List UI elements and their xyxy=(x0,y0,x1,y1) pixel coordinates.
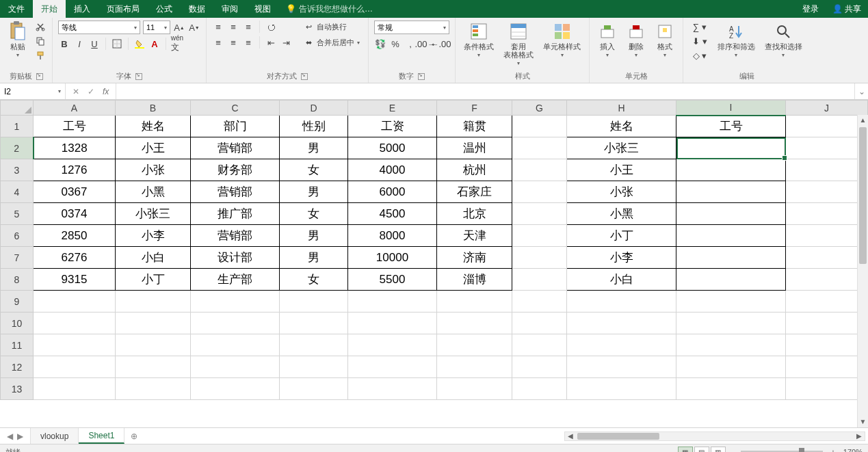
phonetic-button[interactable]: wén文 xyxy=(171,38,183,50)
scroll-up-button[interactable]: ▲ xyxy=(858,115,868,126)
col-header-H[interactable]: H xyxy=(567,101,676,116)
cell-H1[interactable]: 姓名 xyxy=(567,116,676,137)
cell-E5[interactable]: 4500 xyxy=(348,203,437,225)
col-header-D[interactable]: D xyxy=(280,101,348,116)
sheet-tab-vlookup[interactable]: vlookup xyxy=(31,428,79,444)
cell-A2[interactable]: 1328 xyxy=(34,137,116,159)
col-header-E[interactable]: E xyxy=(348,101,437,116)
cell-J7[interactable] xyxy=(786,247,868,269)
login-button[interactable]: 登录 xyxy=(795,0,826,18)
cell-I4[interactable] xyxy=(676,181,786,203)
sheet-nav-next[interactable]: ▶ xyxy=(17,431,23,441)
tab-data[interactable]: 数据 xyxy=(181,0,213,18)
wrap-text-button[interactable]: ↩自动换行 xyxy=(300,21,363,33)
cell-B12[interactable] xyxy=(116,356,191,378)
orientation-button[interactable]: ⭯ xyxy=(265,21,277,33)
cell-E3[interactable]: 4000 xyxy=(348,159,437,181)
row-header-12[interactable]: 12 xyxy=(1,356,34,378)
cell-H13[interactable] xyxy=(567,378,676,400)
number-dialog-launcher[interactable] xyxy=(418,73,425,80)
cell-I7[interactable] xyxy=(676,247,786,269)
zoom-in-button[interactable]: + xyxy=(828,448,838,452)
cell-D13[interactable] xyxy=(280,378,348,400)
cell-E1[interactable]: 工资 xyxy=(348,116,437,137)
cell-G6[interactable] xyxy=(512,225,567,247)
page-break-view-button[interactable]: ▥ xyxy=(711,447,726,452)
cell-H5[interactable]: 小黑 xyxy=(567,203,676,225)
cell-D9[interactable] xyxy=(280,291,348,313)
cell-B1[interactable]: 姓名 xyxy=(116,116,191,137)
cell-B11[interactable] xyxy=(116,334,191,356)
cell-F8[interactable]: 淄博 xyxy=(437,269,512,291)
cell-F13[interactable] xyxy=(437,378,512,400)
cell-D3[interactable]: 女 xyxy=(280,159,348,181)
tab-page-layout[interactable]: 页面布局 xyxy=(98,0,148,18)
cell-I11[interactable] xyxy=(676,334,786,356)
new-sheet-button[interactable]: ⊕ xyxy=(124,428,144,444)
cell-G8[interactable] xyxy=(512,269,567,291)
row-header-11[interactable]: 11 xyxy=(1,334,34,356)
cell-I13[interactable] xyxy=(676,378,786,400)
cell-A13[interactable] xyxy=(34,378,116,400)
cell-G7[interactable] xyxy=(512,247,567,269)
cell-E13[interactable] xyxy=(348,378,437,400)
paste-button[interactable]: 粘贴 ▾ xyxy=(5,21,30,59)
clipboard-dialog-launcher[interactable] xyxy=(36,73,43,80)
row-header-9[interactable]: 9 xyxy=(1,291,34,313)
cell-F4[interactable]: 石家庄 xyxy=(437,181,512,203)
decrease-decimal-button[interactable]: ←.00 xyxy=(434,38,447,50)
cell-A1[interactable]: 工号 xyxy=(34,116,116,137)
autosum-button[interactable]: ∑ ▾ xyxy=(689,21,711,33)
cell-D4[interactable]: 男 xyxy=(280,181,348,203)
cell-C11[interactable] xyxy=(191,334,280,356)
cell-E4[interactable]: 6000 xyxy=(348,181,437,203)
cell-B7[interactable]: 小白 xyxy=(116,247,191,269)
cell-G11[interactable] xyxy=(512,334,567,356)
cell-B5[interactable]: 小张三 xyxy=(116,203,191,225)
cell-I2[interactable] xyxy=(676,137,786,159)
scroll-left-button[interactable]: ◀ xyxy=(565,432,576,440)
increase-indent-button[interactable]: ⇥ xyxy=(280,36,292,49)
cell-G3[interactable] xyxy=(512,159,567,181)
cancel-formula-button[interactable]: ✕ xyxy=(73,87,79,96)
format-cells-button[interactable]: 格式▾ xyxy=(653,21,677,59)
cell-G2[interactable] xyxy=(512,137,567,159)
row-header-4[interactable]: 4 xyxy=(1,181,34,203)
cell-D10[interactable] xyxy=(280,313,348,334)
sort-filter-button[interactable]: AZ 排序和筛选▾ xyxy=(715,21,758,59)
row-header-1[interactable]: 1 xyxy=(1,116,34,137)
find-select-button[interactable]: 查找和选择▾ xyxy=(762,21,805,59)
cell-H12[interactable] xyxy=(567,356,676,378)
cell-H7[interactable]: 小李 xyxy=(567,247,676,269)
cell-J2[interactable] xyxy=(786,137,868,159)
number-format-selector[interactable]: 常规▾ xyxy=(374,21,449,34)
vscroll-thumb[interactable] xyxy=(859,127,867,264)
hscroll-thumb[interactable] xyxy=(577,433,659,440)
cell-F12[interactable] xyxy=(437,356,512,378)
sheet-nav-prev[interactable]: ◀ xyxy=(7,431,13,441)
cell-E7[interactable]: 10000 xyxy=(348,247,437,269)
cell-C8[interactable]: 生产部 xyxy=(191,269,280,291)
formula-input[interactable] xyxy=(116,83,854,99)
col-header-C[interactable]: C xyxy=(191,101,280,116)
row-header-2[interactable]: 2 xyxy=(1,137,34,159)
cell-E6[interactable]: 8000 xyxy=(348,225,437,247)
cell-B10[interactable] xyxy=(116,313,191,334)
horizontal-scrollbar[interactable]: ◀ ▶ xyxy=(564,431,865,441)
insert-function-button[interactable]: fx xyxy=(103,87,109,96)
cell-C1[interactable]: 部门 xyxy=(191,116,280,137)
cell-I10[interactable] xyxy=(676,313,786,334)
align-top-button[interactable]: ≡ xyxy=(212,21,224,33)
cell-B4[interactable]: 小黑 xyxy=(116,181,191,203)
cell-G5[interactable] xyxy=(512,203,567,225)
cell-styles-button[interactable]: 单元格样式▾ xyxy=(540,21,583,59)
row-header-3[interactable]: 3 xyxy=(1,159,34,181)
copy-button[interactable] xyxy=(34,35,47,47)
name-box[interactable]: I2▾ xyxy=(0,83,66,99)
row-header-10[interactable]: 10 xyxy=(1,313,34,334)
cell-I5[interactable] xyxy=(676,203,786,225)
cell-C3[interactable]: 财务部 xyxy=(191,159,280,181)
cell-A4[interactable]: 0367 xyxy=(34,181,116,203)
cell-C5[interactable]: 推广部 xyxy=(191,203,280,225)
accounting-format-button[interactable]: 💱 xyxy=(374,38,386,50)
